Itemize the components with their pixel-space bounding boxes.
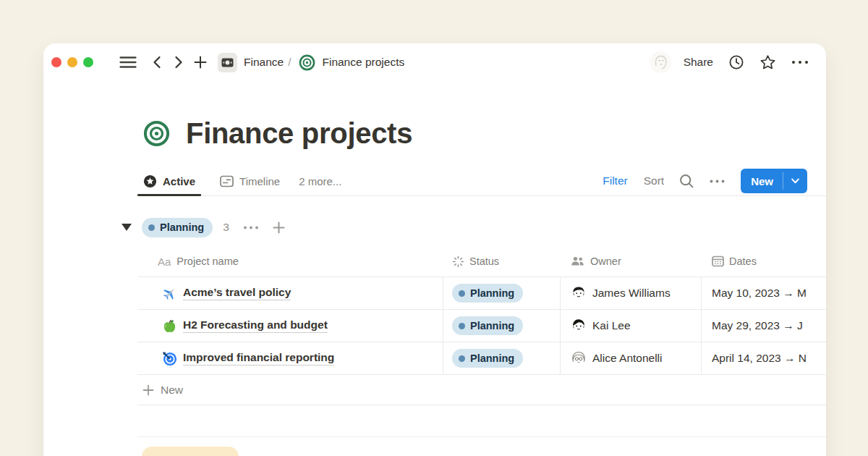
search-icon[interactable] — [679, 174, 694, 189]
project-name-cell[interactable]: H2 Forecasting and budget — [137, 310, 443, 342]
forward-icon[interactable] — [173, 55, 184, 69]
collapse-triangle-icon[interactable] — [122, 224, 132, 231]
dates-cell[interactable]: May 10, 2023 → M — [702, 277, 826, 309]
more-options-icon[interactable] — [791, 60, 809, 64]
status-cell[interactable]: Planning — [443, 310, 561, 342]
section-divider — [137, 436, 826, 437]
owner-name: Kai Lee — [592, 319, 631, 332]
table-row: Acme’s travel policy Planning James Will… — [137, 277, 826, 310]
project-name-link[interactable]: H2 Forecasting and budget — [183, 318, 328, 333]
owner-cell[interactable]: Alice Antonelli — [561, 342, 702, 374]
status-label: Planning — [470, 287, 514, 299]
page-title-target-icon[interactable] — [143, 120, 170, 147]
avatar[interactable] — [650, 51, 671, 73]
timeline-view-icon — [220, 175, 234, 187]
target-icon — [299, 54, 315, 71]
chevron-down-icon[interactable] — [783, 169, 807, 193]
green-apple-icon — [162, 318, 177, 334]
status-cell[interactable]: Planning — [443, 277, 561, 309]
view-controls: Filter Sort New — [603, 169, 826, 193]
status-label: Planning — [470, 320, 514, 332]
avatar-alice-antonelli — [571, 350, 587, 366]
dates-cell[interactable]: May 29, 2023 → J — [702, 310, 826, 342]
group-add-icon[interactable] — [273, 221, 285, 234]
sort-button[interactable]: Sort — [644, 174, 664, 187]
tab-timeline-label: Timeline — [239, 175, 280, 187]
status-dot — [459, 290, 465, 297]
close-window-button[interactable] — [51, 57, 61, 67]
share-button[interactable]: Share — [684, 56, 713, 69]
tab-active-label: Active — [163, 175, 195, 187]
owner-cell[interactable]: Kai Lee — [561, 310, 702, 342]
owner-name: Alice Antonelli — [592, 352, 663, 365]
view-options-icon[interactable] — [710, 180, 725, 183]
next-group-pill-partial[interactable] — [142, 447, 239, 456]
tab-active[interactable]: Active — [137, 166, 201, 195]
page-header: Finance projects — [143, 117, 412, 149]
status-dot — [459, 323, 465, 329]
back-icon[interactable] — [151, 55, 163, 69]
avatar-kai-lee — [571, 318, 587, 334]
project-name-link[interactable]: Improved financial reporting — [183, 351, 334, 366]
updates-clock-icon[interactable] — [728, 54, 744, 70]
breadcrumb-parent[interactable]: Finance — [244, 56, 284, 69]
new-page-icon[interactable] — [193, 55, 208, 69]
column-label: Dates — [729, 256, 757, 267]
star-view-icon — [143, 174, 157, 188]
text-property-icon: Aa — [158, 256, 171, 268]
notion-window: Finance / Finance projects Share Fi — [43, 43, 826, 456]
status-dot — [148, 224, 155, 231]
new-button-label[interactable]: New — [741, 169, 783, 193]
banknote-icon[interactable] — [218, 53, 237, 72]
breadcrumb-current[interactable]: Finance projects — [322, 56, 404, 69]
sidebar-menu-icon[interactable] — [119, 55, 137, 69]
group-options-icon[interactable] — [243, 226, 259, 229]
view-tabs-bar: Active Timeline 2 more... Filter Sort Ne… — [137, 166, 826, 196]
new-button[interactable]: New — [741, 169, 807, 193]
group-status-pill[interactable]: Planning — [142, 218, 213, 237]
projects-table: Aa Project name Status Owner Dates — [137, 246, 826, 405]
zoom-window-button[interactable] — [83, 57, 93, 67]
table-header-row: Aa Project name Status Owner Dates — [137, 246, 826, 277]
page-title[interactable]: Finance projects — [186, 117, 412, 150]
favorite-star-icon[interactable] — [760, 54, 776, 70]
column-header-project-name[interactable]: Aa Project name — [137, 246, 443, 276]
table-row: Improved financial reporting Planning Al… — [137, 342, 826, 375]
status-label: Planning — [470, 352, 514, 364]
column-header-dates[interactable]: Dates — [702, 246, 826, 276]
status-dot — [459, 355, 465, 362]
project-name-cell[interactable]: Acme’s travel policy — [137, 277, 443, 309]
minimize-window-button[interactable] — [67, 57, 77, 67]
dates-cell[interactable]: April 14, 2023 → N — [702, 342, 826, 374]
airplane-icon — [162, 286, 177, 301]
column-label: Status — [469, 256, 499, 267]
add-new-row-button[interactable]: New — [137, 375, 826, 405]
breadcrumb-separator: / — [288, 56, 291, 69]
column-header-owner[interactable]: Owner — [561, 246, 702, 276]
status-cell[interactable]: Planning — [443, 342, 561, 374]
more-views-button[interactable]: 2 more... — [299, 175, 341, 187]
traffic-lights — [51, 57, 93, 67]
toolbar-right: Share — [650, 51, 809, 73]
project-name-link[interactable]: Acme’s travel policy — [183, 286, 291, 300]
date-range: May 10, 2023 → M — [712, 287, 807, 300]
project-name-cell[interactable]: Improved financial reporting — [137, 342, 443, 374]
tab-timeline[interactable]: Timeline — [214, 166, 286, 195]
date-range: May 29, 2023 → J — [712, 319, 803, 332]
owner-name: James Williams — [592, 287, 671, 300]
column-label: Project name — [176, 256, 238, 267]
people-icon — [571, 256, 584, 266]
group-status-label: Planning — [160, 221, 204, 233]
owner-cell[interactable]: James Williams — [561, 277, 702, 309]
filter-button[interactable]: Filter — [603, 174, 627, 187]
window-toolbar: Finance / Finance projects Share — [43, 43, 826, 81]
status-spinner-icon — [452, 256, 464, 268]
column-header-status[interactable]: Status — [443, 246, 561, 276]
column-label: Owner — [590, 256, 621, 267]
group-header-planning: Planning 3 — [122, 217, 285, 237]
avatar-james-williams — [571, 285, 587, 301]
table-row: H2 Forecasting and budget Planning Kai L… — [137, 310, 826, 342]
add-new-row-label: New — [161, 384, 183, 397]
calendar-icon — [712, 256, 724, 267]
group-count: 3 — [223, 221, 229, 234]
